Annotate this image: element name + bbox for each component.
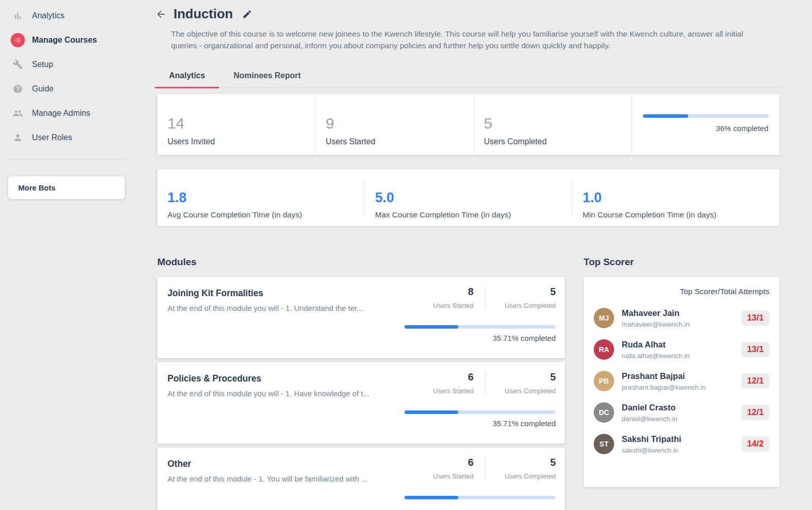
module-progress-fill <box>404 496 458 499</box>
avatar: PB <box>594 371 614 391</box>
course-progress-fill <box>643 114 688 118</box>
sidebar-divider <box>8 159 125 160</box>
module-users-completed-value: 5 <box>492 371 556 383</box>
sidebar-item-label: Guide <box>32 84 54 93</box>
bar-chart-icon <box>11 9 25 23</box>
users-invited-value: 14 <box>167 115 315 132</box>
avg-completion-value: 1.8 <box>167 190 364 206</box>
avatar: RA <box>594 339 614 360</box>
score-badge: 14/2 <box>741 436 769 452</box>
min-completion-time: 1.0 Min Course Completion Time (in days) <box>572 179 780 216</box>
scorer-info: Mahaveer Jain mahaveer@kwench.in <box>622 308 741 328</box>
scorer-info: Prashant Bajpai prashant.bajpai@kwench.i… <box>622 371 741 391</box>
users-started-label: Users Started <box>326 137 473 146</box>
avg-completion-time: 1.8 Avg Course Completion Time (in days) <box>157 179 364 216</box>
scorer-email: sakshi@kwench.in <box>622 447 741 454</box>
wrench-icon <box>11 57 25 72</box>
module-users-completed: 5 Users Completed <box>492 286 556 309</box>
score-badge: 12/1 <box>741 373 769 389</box>
scorer-email: daniel@kwench.in <box>622 415 741 423</box>
module-progress-label: 35.71% completed <box>493 334 556 342</box>
more-bots-button[interactable]: More Bots <box>8 176 125 199</box>
tab-bar: Analytics Nominees Report <box>155 65 782 88</box>
module-progress-fill <box>404 410 458 414</box>
stat-divider <box>486 287 486 309</box>
top-scorer-row[interactable]: DC Daniel Crasto daniel@kwench.in 12/1 <box>594 397 769 428</box>
min-completion-value: 1.0 <box>583 190 780 206</box>
module-stats: 6 Users Started 5 Users Completed <box>410 371 556 395</box>
course-progress-section: 36% completed <box>631 94 780 155</box>
module-card-joining-kit[interactable]: Joining Kit Formalities At the end of th… <box>157 277 565 358</box>
score-badge: 12/1 <box>741 405 769 420</box>
person-icon <box>11 131 25 145</box>
top-scorer-row[interactable]: PB Prashant Bajpai prashant.bajpai@kwenc… <box>594 365 769 397</box>
top-scorer-heading: Top Scorer <box>584 257 634 268</box>
top-scorer-row[interactable]: RA Ruda Alhat ruda.alhat@kwench.in 13/1 <box>594 334 769 365</box>
scorer-name: Ruda Alhat <box>622 340 741 349</box>
sidebar-item-setup[interactable]: Setup <box>0 52 133 77</box>
module-progress-label: 35.71% completed <box>493 419 556 428</box>
min-completion-label: Min Course Completion Time (in days) <box>583 210 780 219</box>
help-icon <box>11 82 25 96</box>
course-progress-bar <box>643 114 768 118</box>
stat-divider <box>486 372 486 395</box>
course-header: Induction The objective of this course i… <box>155 6 782 51</box>
top-scorer-card: Top Scorer/Total Attempts MJ Mahaveer Ja… <box>584 277 780 487</box>
avatar: DC <box>594 402 614 423</box>
sidebar-item-analytics[interactable]: Analytics <box>0 4 133 28</box>
stat-users-invited: 14 Users Invited <box>157 94 315 155</box>
module-description: At the end of this module - 1. You will … <box>167 474 391 483</box>
module-users-started: 6 Users Started <box>410 371 473 395</box>
module-users-completed-label: Users Completed <box>492 302 556 309</box>
users-started-value: 9 <box>326 115 473 132</box>
module-users-started-label: Users Started <box>410 302 473 309</box>
sidebar-item-user-roles[interactable]: User Roles <box>0 125 133 150</box>
module-users-started-value: 8 <box>410 286 473 298</box>
page-title: Induction <box>174 6 233 22</box>
module-users-started-value: 6 <box>410 457 473 468</box>
edit-pencil-icon[interactable] <box>238 9 252 19</box>
sidebar-item-label: User Roles <box>32 133 72 142</box>
sidebar-item-label: Manage Admins <box>32 109 90 118</box>
module-progress-fill <box>404 325 458 329</box>
summary-stats-card: 14 Users Invited 9 Users Started 5 Users… <box>157 94 780 155</box>
sidebar-item-guide[interactable]: Guide <box>0 77 133 101</box>
users-completed-label: Users Completed <box>484 137 632 146</box>
module-users-started: 6 Users Started <box>410 457 473 480</box>
back-arrow-icon[interactable] <box>155 9 166 20</box>
top-scorer-column-header: Top Scorer/Total Attempts <box>594 287 769 296</box>
sidebar-item-label: Analytics <box>32 11 64 20</box>
top-scorer-row[interactable]: MJ Mahaveer Jain mahaveer@kwench.in 13/1 <box>594 302 769 334</box>
module-description: At the end of this module you will - 1. … <box>167 389 391 398</box>
module-progress-bar <box>404 410 556 414</box>
stat-users-started: 9 Users Started <box>315 94 473 155</box>
module-users-started-label: Users Started <box>410 387 473 395</box>
sidebar-item-manage-admins[interactable]: Manage Admins <box>0 101 133 125</box>
module-card-policies[interactable]: Policies & Procedures At the end of this… <box>157 362 565 443</box>
sidebar: Analytics Manage Courses Setup Guide Man… <box>0 0 133 160</box>
module-users-started-label: Users Started <box>410 472 473 480</box>
scorer-email: ruda.alhat@kwench.in <box>622 352 741 360</box>
scorer-name: Prashant Bajpai <box>622 371 741 381</box>
module-card-other[interactable]: Other At the end of this module - 1. You… <box>157 448 565 510</box>
module-progress-bar <box>404 325 556 329</box>
top-scorer-row[interactable]: ST Sakshi Tripathi sakshi@kwench.in 14/2 <box>594 428 769 460</box>
avatar: MJ <box>594 308 614 328</box>
scorer-info: Sakshi Tripathi sakshi@kwench.in <box>622 434 741 454</box>
tab-analytics[interactable]: Analytics <box>155 65 219 87</box>
sidebar-item-label: Setup <box>32 60 53 69</box>
users-completed-value: 5 <box>484 115 632 132</box>
scorer-name: Mahaveer Jain <box>622 308 741 318</box>
module-users-started-value: 6 <box>410 371 473 383</box>
avatar: ST <box>594 434 614 454</box>
module-description: At the end of this module you will - 1. … <box>167 304 391 312</box>
sidebar-item-manage-courses[interactable]: Manage Courses <box>0 28 133 52</box>
max-completion-label: Max Course Completion Time (in days) <box>375 210 572 219</box>
scorer-info: Daniel Crasto daniel@kwench.in <box>622 403 741 423</box>
tab-nominees-report[interactable]: Nominees Report <box>219 65 315 87</box>
sidebar-item-label: Manage Courses <box>32 36 97 45</box>
scorer-name: Daniel Crasto <box>622 403 741 412</box>
course-description: The objective of this course is to welco… <box>171 28 765 51</box>
max-completion-value: 5.0 <box>375 190 572 206</box>
more-bots-label: More Bots <box>18 183 55 192</box>
